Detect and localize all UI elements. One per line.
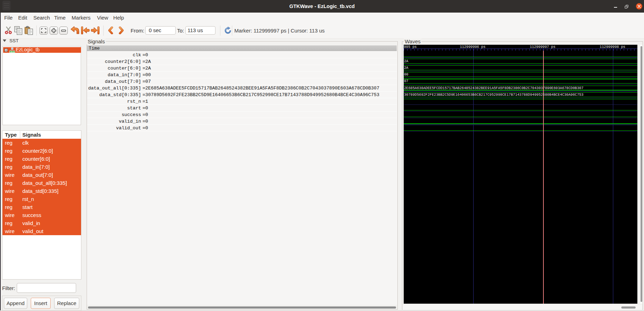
svg-text:995 ps: 995 ps bbox=[404, 45, 417, 49]
svg-text:2A: 2A bbox=[404, 59, 409, 63]
svg-text:00: 00 bbox=[404, 73, 408, 77]
svg-text:2E685A638ADEE5FCDD15717BAB2648: 2E685A638ADEE5FCDD15717BAB2648524382BEE9… bbox=[404, 86, 584, 90]
svg-text:2A: 2A bbox=[404, 66, 409, 70]
svg-text:30789D5692F2FE23BB2C5D9E164066: 30789D5692F2FE23BB2C5D9E16406653B6CB217C… bbox=[404, 93, 584, 97]
svg-text:07: 07 bbox=[404, 79, 408, 83]
svg-text:112999998 ps: 112999998 ps bbox=[600, 45, 625, 49]
svg-text:112999996 ps: 112999996 ps bbox=[460, 45, 485, 49]
svg-text:112999997 ps: 112999997 ps bbox=[530, 45, 555, 49]
